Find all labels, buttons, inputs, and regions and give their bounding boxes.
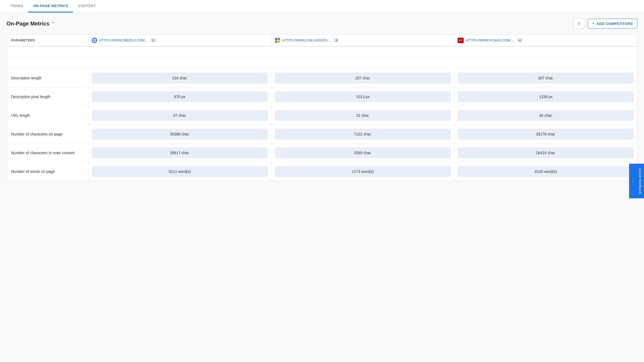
col3-url: HTTPS://WWW.PCMAG.COM/PICKS... — [466, 38, 515, 42]
value-cell-3: 1338 px — [454, 88, 637, 106]
value-box-1: 30386 char. — [92, 129, 268, 140]
table-row: tag pixel length</div> <div class="value… — [7, 58, 637, 69]
value-cell-1: 134 char. — [88, 69, 271, 87]
upload-button[interactable]: ⇧ — [573, 18, 585, 29]
pcmag-favicon: PC — [458, 38, 464, 43]
plus-icon: + — [592, 21, 595, 26]
chevron-up-icon: ⌃ — [52, 21, 55, 26]
feedback-label: Leave feedback — [638, 168, 642, 194]
page-title: On-Page Metrics — [7, 21, 49, 27]
svg-point-2 — [94, 40, 95, 41]
value-cell-3: 46 char. — [454, 106, 637, 125]
value-cell-1: 5111 word(s) — [88, 162, 271, 181]
value-box-1: 37 char. — [92, 110, 268, 121]
value-cell-1: 870 px — [88, 88, 271, 106]
add-competitors-label: ADD COMPETITORS — [597, 22, 633, 26]
value-cell-1: 26917 char. — [88, 144, 271, 162]
value-cell-1: 30386 char. — [88, 125, 271, 143]
value-cell-2: 7102 char. — [271, 125, 454, 143]
value-box-2: 3289 char. — [275, 147, 451, 158]
header-actions: ⇧ + ADD COMPETITORS — [573, 18, 637, 29]
value-box-3: 39178 char. — [458, 129, 634, 140]
feedback-tab[interactable]: Leave feedback ... — [629, 164, 644, 198]
value-cell-2: 157 char. — [271, 69, 454, 87]
col3-header[interactable]: PC HTTPS://WWW.PCMAG.COM/PICKS... 4 — [454, 35, 637, 46]
value-cell-3: 6145 word(s) — [454, 162, 637, 181]
value-cell-3: 39178 char. — [454, 125, 637, 143]
col1-url: HTTPS://WWW.OBERLO.COM/BLO... — [99, 38, 148, 42]
param-cell: URL length — [7, 106, 88, 125]
value-box-1: 870 px — [92, 91, 268, 102]
value-box-3: 26419 char. — [458, 147, 634, 158]
feedback-dots-icon: ... — [632, 178, 637, 183]
value-cell-3: 307 char. — [454, 69, 637, 87]
top-navigation: TERMS ON-PAGE METRICS CONTENT — [0, 0, 644, 13]
col2-url: HTTPS://WWW.LINK-ASSISTANT.CO... — [282, 38, 331, 42]
value-box-1: 26917 char. — [92, 147, 268, 158]
section-title: On-Page Metrics ⌃ — [7, 21, 55, 27]
oberlo-favicon — [92, 38, 97, 43]
value-box-3: 46 char. — [458, 110, 634, 121]
param-cell: Description length — [7, 69, 88, 87]
value-box-1: 134 char. — [92, 73, 268, 83]
param-cell: Number of characters on page — [7, 125, 88, 143]
value-cell-1: 37 char. — [88, 106, 271, 125]
col1-badge: 2 — [150, 38, 157, 43]
value-box-2: 157 char. — [275, 73, 451, 83]
value-cell-3: 26419 char. — [454, 144, 637, 162]
table-row: Number of characters in main content 269… — [7, 144, 637, 162]
param-cell: Number of characters in main content — [7, 144, 88, 162]
table-row: Description pixel length 870 px 1013 px … — [7, 88, 637, 106]
metrics-table: PARAMETERS HTTPS://WWW.OBERLO.COM/BLO...… — [7, 34, 637, 181]
value-cell-2: 1173 word(s) — [271, 162, 454, 181]
tab-on-page-metrics[interactable]: ON-PAGE METRICS — [28, 0, 73, 12]
tab-content[interactable]: CONTENT — [73, 0, 101, 12]
table-body: tag length</div> <div class="value-cell"… — [7, 47, 637, 181]
param-cell: tag pixel length</div> <div class="value… — [7, 58, 88, 69]
value-cell-2: 1013 px — [271, 88, 454, 106]
value-box-3: 1338 px — [458, 91, 634, 102]
col2-badge: 3 — [333, 38, 340, 43]
value-cell-2: 3289 char. — [271, 144, 454, 162]
table-row: Number of words on page 5111 word(s) 117… — [7, 162, 637, 181]
section-header: On-Page Metrics ⌃ ⇧ + ADD COMPETITORS — [7, 18, 637, 29]
params-column-header: PARAMETERS — [7, 35, 88, 46]
value-box-1: 5111 word(s) — [92, 166, 268, 177]
param-cell: Number of words on page — [7, 162, 88, 181]
col3-badge: 4 — [517, 38, 523, 43]
link-assistant-favicon — [275, 38, 280, 43]
col2-header[interactable]: HTTPS://WWW.LINK-ASSISTANT.CO... 3 — [271, 35, 454, 46]
tab-terms[interactable]: TERMS — [5, 0, 28, 12]
param-cell: Description pixel length — [7, 88, 88, 106]
value-box-2: 7102 char. — [275, 129, 451, 140]
value-box-2: 1013 px — [275, 91, 451, 102]
param-cell: tag length</div> <div class="value-cell"… — [7, 47, 88, 57]
table-row: Description length 134 char. 157 char. 3… — [7, 69, 637, 88]
value-box-2: 31 char. — [275, 110, 451, 121]
table-row: Number of characters on page 30386 char.… — [7, 125, 637, 144]
table-row: tag length</div> <div class="value-cell"… — [7, 47, 637, 58]
upload-icon: ⇧ — [577, 21, 581, 26]
table-row: URL length 37 char. 31 char. 46 char. — [7, 106, 637, 125]
value-box-3: 307 char. — [458, 73, 634, 83]
table-header: PARAMETERS HTTPS://WWW.OBERLO.COM/BLO...… — [7, 35, 637, 47]
value-box-3: 6145 word(s) — [458, 166, 634, 177]
main-content: On-Page Metrics ⌃ ⇧ + ADD COMPETITORS PA… — [0, 13, 644, 361]
value-box-2: 1173 word(s) — [275, 166, 451, 177]
col1-header[interactable]: HTTPS://WWW.OBERLO.COM/BLO... 2 — [88, 35, 271, 46]
value-cell-2: 31 char. — [271, 106, 454, 125]
add-competitors-button[interactable]: + ADD COMPETITORS — [588, 19, 637, 28]
